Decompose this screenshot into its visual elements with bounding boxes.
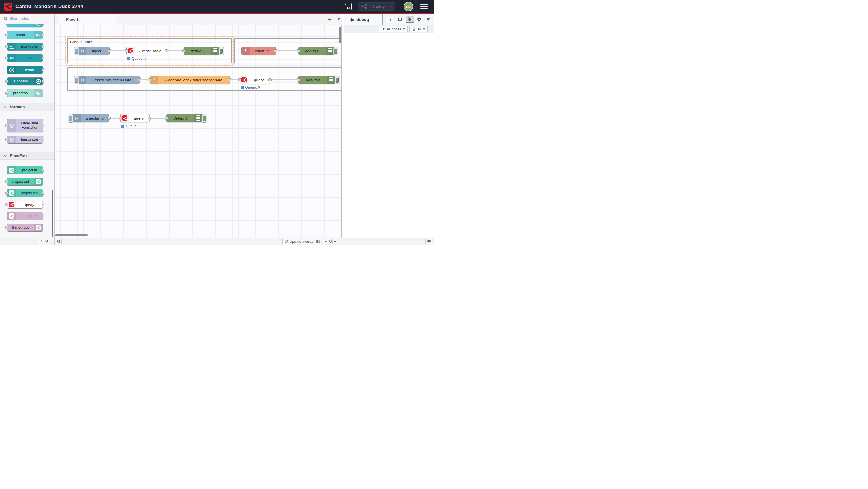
hamburger-icon <box>420 4 428 5</box>
output-port[interactable] <box>107 117 111 119</box>
sidebar-menu-chevron-icon[interactable] <box>427 19 430 21</box>
add-flow-button[interactable]: + <box>326 16 334 23</box>
output-port[interactable] <box>138 79 141 81</box>
input-port[interactable] <box>182 50 185 52</box>
node-query-create-table[interactable]: Create Table Queue: 0 <box>126 47 166 55</box>
bug-icon <box>349 17 354 22</box>
ai-assistant-button[interactable]: AI <box>343 2 352 11</box>
flowfuse-icon <box>7 166 17 174</box>
palette-section-formats[interactable]: formats <box>0 103 54 111</box>
node-function-generate[interactable]: ƒ Generate last 7 days sensor data <box>150 76 230 84</box>
node-query-mid[interactable]: query Queue: 0 <box>240 76 270 84</box>
palette-node-project-call[interactable]: project call <box>7 189 43 197</box>
flowfuse-icon <box>7 212 17 220</box>
tab-flow-1[interactable]: Flow 1 <box>59 14 116 25</box>
output-port[interactable] <box>165 50 168 52</box>
book-icon <box>398 17 402 22</box>
output-port[interactable] <box>228 79 231 81</box>
palette-node-event[interactable]: event <box>7 66 43 74</box>
input-port[interactable] <box>125 50 128 52</box>
clock-icon <box>7 136 17 143</box>
palette-node-template[interactable]: </> template <box>7 54 43 62</box>
palette-node-notification[interactable]: notification <box>7 24 43 27</box>
palette-filter-input[interactable] <box>10 17 50 21</box>
search-icon <box>57 240 61 243</box>
flow-canvas[interactable]: Create Table inject ¹ <box>55 25 342 238</box>
node-query-selected[interactable]: query Queue: 0 <box>120 114 150 122</box>
palette-section-flowfuse[interactable]: FlowFuse <box>0 152 54 160</box>
palette-expand-button[interactable] <box>43 239 50 244</box>
user-avatar[interactable]: su <box>404 2 413 11</box>
palette-node-datetime-formatter[interactable]: Date/Time Formatter <box>7 119 43 133</box>
minimap-button[interactable] <box>315 239 321 244</box>
node-debug-2[interactable]: debug 2 <box>298 76 336 84</box>
palette-node-progress[interactable]: progress % <box>7 89 43 97</box>
palette-node-ff-mqtt-out[interactable]: ff mqtt out <box>7 224 43 232</box>
canvas-vertical-scrollbar[interactable] <box>339 27 341 44</box>
input-port[interactable] <box>297 79 300 81</box>
palette-search[interactable] <box>0 14 54 23</box>
tab-debug[interactable]: debug <box>345 14 383 25</box>
canvas-search-button[interactable] <box>56 239 62 244</box>
palette-node-ff-mqtt-in[interactable]: ff mqtt in <box>7 212 43 220</box>
flowfuse-icon <box>7 189 17 197</box>
config-tab-button[interactable] <box>415 16 423 23</box>
output-port[interactable] <box>274 50 277 52</box>
node-status: Queue: 0 <box>241 86 260 90</box>
debug-clear-button[interactable]: all <box>409 26 428 32</box>
flow-tab-bar: Flow 1 + <box>55 14 342 25</box>
output-port[interactable] <box>268 79 272 81</box>
palette-node-audio[interactable]: audio <box>7 31 43 39</box>
input-port[interactable] <box>148 79 151 81</box>
zoom-reset-button[interactable]: O <box>328 239 333 244</box>
palette-node-query[interactable]: query <box>7 201 43 209</box>
header-accent-line <box>0 13 434 14</box>
palette-node-project-in[interactable]: project in <box>7 166 43 174</box>
sidebar-toggle-button[interactable] <box>425 239 432 244</box>
inject-arrow-icon <box>79 47 86 55</box>
node-status: Queue: 0 <box>127 57 146 61</box>
debug-messages-pane[interactable] <box>344 33 434 238</box>
update-available-button[interactable]: Update available <box>282 239 318 244</box>
input-port[interactable] <box>297 50 300 52</box>
zoom-in-button[interactable]: + <box>332 239 337 244</box>
debug-filter-button[interactable]: all nodes <box>379 26 408 32</box>
palette-collapse-button[interactable] <box>38 239 44 244</box>
deploy-caret-icon[interactable] <box>389 6 392 7</box>
canvas-horizontal-scrollbar[interactable] <box>55 234 88 236</box>
input-port[interactable] <box>238 79 241 81</box>
node-inject-1[interactable]: inject ¹ <box>78 47 110 55</box>
node-palette: notification audio M↓ markdown </> templ… <box>0 14 55 238</box>
node-catch-all[interactable]: ! catch: all <box>241 47 276 55</box>
status-dot-icon <box>127 57 130 60</box>
node-debug-1[interactable]: debug 1 <box>184 47 220 55</box>
input-port[interactable] <box>165 117 168 119</box>
flow-list-chevron-icon[interactable] <box>337 18 340 20</box>
input-port[interactable] <box>119 117 122 120</box>
palette-list: notification audio M↓ markdown </> templ… <box>0 24 54 238</box>
caret-down-icon <box>403 28 405 30</box>
node-debug-6[interactable]: debug 6 <box>298 47 334 55</box>
node-timestamp[interactable]: timestamp <box>72 114 109 122</box>
palette-node-project-out[interactable]: project out <box>7 177 43 185</box>
arrow-circle-icon <box>7 66 17 74</box>
info-tab-button[interactable]: i <box>386 16 394 23</box>
palette-node-humanizer[interactable]: humanizer <box>7 136 43 144</box>
output-port[interactable] <box>108 50 111 52</box>
map-icon <box>316 239 320 243</box>
output-port[interactable] <box>148 117 151 120</box>
node-debug-3[interactable]: debug 3 <box>166 114 203 122</box>
help-tab-button[interactable] <box>396 16 404 23</box>
deploy-button[interactable]: Deploy <box>358 2 395 11</box>
debug-tab-button[interactable] <box>406 16 414 23</box>
deploy-nodes-icon <box>361 4 367 9</box>
zoom-out-button[interactable]: − <box>323 239 328 244</box>
node-insert-simulated-data[interactable]: Insert simulated Data <box>78 76 140 84</box>
palette-scrollbar[interactable] <box>52 190 53 237</box>
debug-sidebar-icon <box>211 47 219 55</box>
palette-node-ui-control[interactable]: ui control <box>7 77 43 85</box>
palette-node-markdown[interactable]: M↓ markdown <box>7 42 43 51</box>
double-chevron-up-icon <box>39 240 43 243</box>
flowfuse-logo-icon[interactable] <box>4 3 12 11</box>
main-menu-button[interactable] <box>420 4 428 9</box>
